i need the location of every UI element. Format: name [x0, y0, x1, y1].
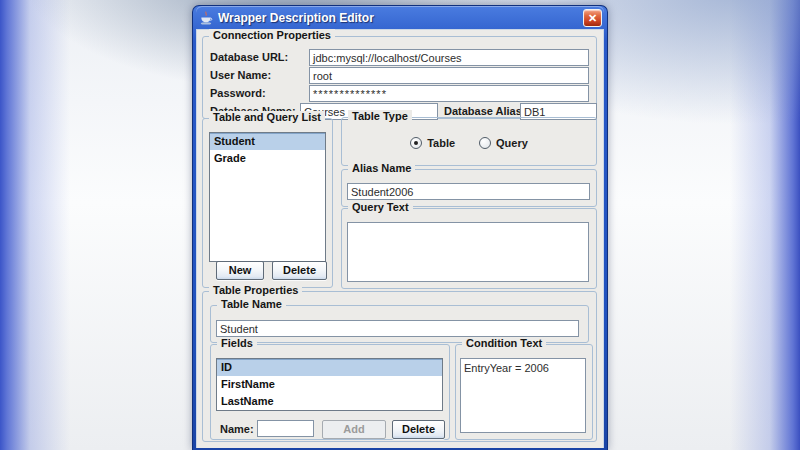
- list-item-id[interactable]: ID: [217, 359, 442, 376]
- group-title: Connection Properties: [209, 29, 335, 41]
- user-name-label: User Name:: [210, 67, 271, 84]
- close-icon: ✕: [588, 12, 597, 24]
- group-title: Table Name: [217, 298, 286, 310]
- list-item-grade[interactable]: Grade: [210, 150, 325, 167]
- condition-text-group: Condition Text EntryYear = 2006: [455, 344, 593, 440]
- desktop-background: Wrapper Description Editor ✕ Connection …: [0, 0, 800, 450]
- dialog-content: Connection Properties Database URL: jdbc…: [196, 29, 604, 448]
- group-title: Fields: [217, 337, 257, 349]
- table-and-query-list-group: Table and Query List Student Grade New D…: [202, 118, 333, 288]
- delete-field-button[interactable]: Delete: [392, 420, 445, 439]
- radio-table[interactable]: Table: [410, 137, 455, 149]
- add-field-button[interactable]: Add: [322, 420, 386, 439]
- database-url-input[interactable]: jdbc:mysql://localhost/Courses: [309, 49, 589, 66]
- field-name-input[interactable]: [257, 420, 314, 437]
- table-type-radio-row: Table Query: [342, 137, 596, 149]
- database-url-label: Database URL:: [210, 49, 288, 66]
- radio-selected-icon: [410, 137, 422, 149]
- password-label: Password:: [210, 85, 266, 102]
- password-input[interactable]: **************: [309, 85, 589, 102]
- radio-table-label: Table: [427, 137, 455, 149]
- window-title: Wrapper Description Editor: [218, 11, 374, 25]
- fields-group: Fields ID FirstName LastName Name: Add D…: [210, 344, 450, 440]
- group-title: Table and Query List: [209, 111, 325, 123]
- field-name-label: Name:: [220, 420, 254, 438]
- table-query-listbox[interactable]: Student Grade: [209, 132, 326, 262]
- java-app-icon: [199, 11, 213, 25]
- new-button[interactable]: New: [216, 261, 264, 280]
- fields-listbox[interactable]: ID FirstName LastName: [216, 358, 443, 411]
- table-name-input[interactable]: Student: [216, 320, 579, 337]
- alias-name-input[interactable]: Student2006: [347, 183, 590, 200]
- window-titlebar[interactable]: Wrapper Description Editor ✕: [196, 6, 604, 29]
- radio-query[interactable]: Query: [479, 137, 528, 149]
- group-title: Table Properties: [209, 284, 302, 296]
- radio-unselected-icon: [479, 137, 491, 149]
- condition-text-area[interactable]: EntryYear = 2006: [460, 358, 586, 433]
- group-title: Alias Name: [348, 162, 415, 174]
- list-item-lastname[interactable]: LastName: [217, 393, 442, 410]
- table-properties-group: Table Properties Table Name Student Fiel…: [202, 291, 597, 442]
- group-title: Table Type: [348, 110, 412, 122]
- list-item-student[interactable]: Student: [210, 133, 325, 150]
- wrapper-description-editor-window: Wrapper Description Editor ✕ Connection …: [192, 5, 608, 450]
- query-text-area[interactable]: [347, 222, 589, 282]
- user-name-input[interactable]: root: [309, 67, 589, 84]
- radio-query-label: Query: [496, 137, 528, 149]
- group-title: Condition Text: [462, 337, 546, 349]
- connection-properties-group: Connection Properties Database URL: jdbc…: [202, 36, 597, 119]
- close-button[interactable]: ✕: [583, 9, 602, 27]
- group-title: Query Text: [348, 201, 413, 213]
- query-text-group: Query Text: [341, 208, 597, 289]
- delete-table-button[interactable]: Delete: [272, 261, 327, 280]
- list-item-firstname[interactable]: FirstName: [217, 376, 442, 393]
- table-type-group: Table Type Table Query: [341, 117, 597, 166]
